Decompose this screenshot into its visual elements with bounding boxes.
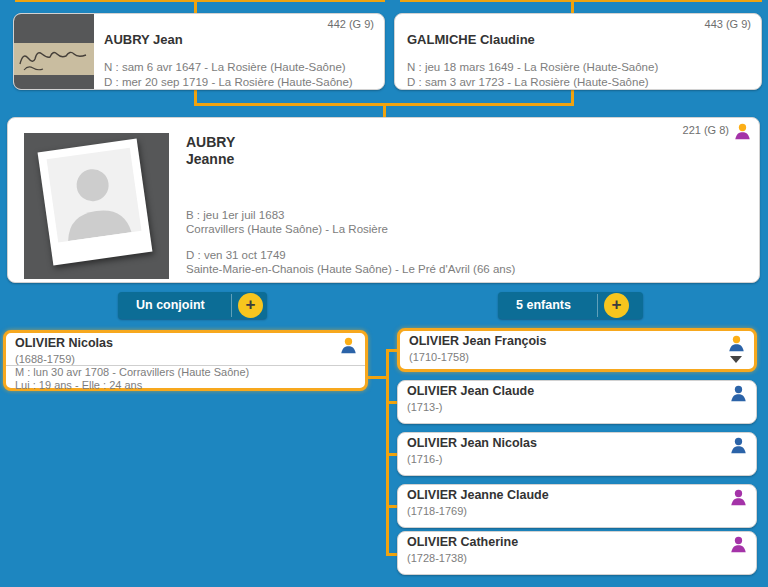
child-card[interactable]: OLIVIER Jean Claude (1713-) (397, 380, 757, 424)
person-name: AUBRY Jean (104, 32, 183, 47)
death-date: D : ven 31 oct 1749 (186, 248, 286, 262)
person-name: OLIVIER Catherine (407, 535, 518, 549)
person-name: OLIVIER Jean Nicolas (407, 436, 537, 450)
connector-line (368, 376, 389, 379)
birth-date: B : jeu 1er juil 1683 (186, 208, 284, 222)
person-name: OLIVIER Jeanne Claude (407, 488, 549, 502)
female-icon (730, 536, 747, 553)
connector-line (15, 0, 385, 2)
female-icon (730, 489, 747, 506)
spouse-group-label: Un conjoint (136, 292, 205, 319)
person-name: OLIVIER Nicolas (15, 336, 113, 350)
divider (231, 294, 232, 317)
children-group-label: 5 enfants (516, 292, 571, 319)
signature-photo[interactable] (14, 14, 94, 89)
male-icon (730, 437, 747, 454)
person-name: OLIVIER Jean Claude (407, 384, 534, 398)
female-sosa-icon (734, 123, 751, 140)
marriage-info: M : lun 30 avr 1708 - Corravillers (Haut… (15, 366, 249, 379)
child-card[interactable]: OLIVIER Jeanne Claude (1718-1769) (397, 484, 757, 528)
spouse-card[interactable]: OLIVIER Nicolas (1688-1759) M : lun 30 a… (3, 330, 368, 391)
signature-image (14, 43, 94, 75)
life-dates: (1713-) (407, 401, 442, 413)
death-info: D : mer 20 sep 1719 - La Rosière (Haute-… (104, 75, 353, 90)
add-spouse-button[interactable]: + (238, 293, 263, 318)
child-card[interactable]: OLIVIER Catherine (1728-1738) (397, 531, 757, 575)
divider (597, 294, 598, 317)
birth-info: N : sam 6 avr 1647 - La Rosière (Haute-S… (104, 60, 346, 75)
chevron-down-icon[interactable] (730, 356, 742, 363)
family-tree-view: 442 (G 9) AUBRY Jean N : sam 6 avr 1647 … (0, 0, 768, 587)
life-dates: (1728-1738) (407, 552, 467, 564)
marriage-ages: Lui : 19 ans - Elle : 24 ans (15, 379, 142, 392)
connector-line (571, 0, 574, 13)
person-id: 221 (G 8) (683, 124, 729, 136)
life-dates: (1688-1759) (15, 353, 75, 365)
children-group-button[interactable]: 5 enfants + (498, 292, 643, 319)
father-card[interactable]: 442 (G 9) AUBRY Jean N : sam 6 avr 1647 … (13, 13, 385, 90)
photo-frame[interactable] (24, 133, 169, 279)
death-info: D : sam 3 avr 1723 - La Rosière (Haute-S… (407, 75, 649, 90)
birth-place: Corravillers (Haute Saône) - La Rosière (186, 222, 388, 236)
life-dates: (1716-) (407, 453, 442, 465)
child-card[interactable]: OLIVIER Jean Nicolas (1716-) (397, 432, 757, 476)
spouse-group-button[interactable]: Un conjoint + (118, 292, 267, 319)
person-name: OLIVIER Jean François (409, 334, 547, 348)
person-id: 442 (G 9) (328, 18, 374, 30)
plus-icon: + (246, 295, 256, 314)
life-dates: (1710-1758) (409, 351, 469, 363)
plus-icon: + (612, 295, 622, 314)
mother-card[interactable]: 443 (G 9) GALMICHE Claudine N : jeu 18 m… (394, 13, 762, 90)
life-dates: (1718-1769) (407, 505, 467, 517)
person-name: GALMICHE Claudine (407, 32, 535, 47)
male-sosa-icon (728, 335, 745, 352)
child-card[interactable]: OLIVIER Jean François (1710-1758) (397, 328, 757, 372)
add-child-button[interactable]: + (604, 293, 629, 318)
photo-placeholder (38, 139, 153, 266)
main-person-card[interactable]: 221 (G 8) AUBRY Jeanne B : jeu 1er juil … (7, 117, 760, 283)
connector-line (194, 0, 197, 13)
death-place: Sainte-Marie-en-Chanois (Haute Saône) - … (186, 262, 515, 276)
person-name: AUBRY Jeanne (186, 134, 235, 168)
birth-info: N : jeu 18 mars 1649 - La Rosière (Haute… (407, 60, 658, 75)
connector-line (400, 0, 762, 2)
connector-line (383, 103, 386, 117)
male-icon (730, 385, 747, 402)
male-sosa-icon (340, 337, 357, 354)
person-id: 443 (G 9) (705, 18, 751, 30)
